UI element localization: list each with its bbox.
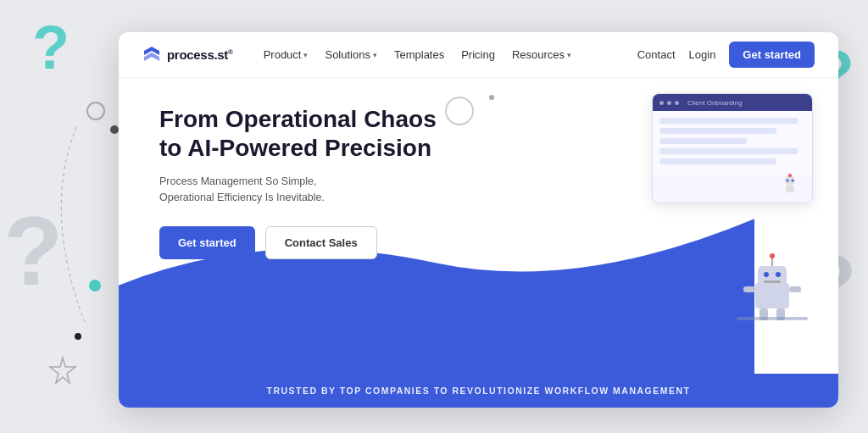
screenshot-header: Client Onboarding bbox=[653, 94, 812, 111]
robot-illustration bbox=[730, 242, 815, 327]
svg-point-13 bbox=[764, 272, 769, 277]
deco-circle-3 bbox=[89, 280, 101, 291]
qmark-teal-topleft: ? bbox=[32, 13, 70, 82]
nav-label-templates: Templates bbox=[394, 48, 444, 61]
nav-item-solutions[interactable]: Solutions ▾ bbox=[325, 48, 376, 61]
screenshot-line-5 bbox=[659, 158, 776, 164]
logo-text: process.st® bbox=[167, 47, 233, 62]
hero-title: From Operational Chaos to AI-Powered Pre… bbox=[159, 105, 437, 162]
hero-get-started-button[interactable]: Get started bbox=[159, 226, 255, 259]
nav-label-resources: Resources bbox=[512, 48, 565, 61]
screenshot-line-3 bbox=[659, 138, 747, 144]
browser-card: process.st® Product ▾ Solutions ▾ Templa… bbox=[119, 32, 838, 408]
svg-rect-15 bbox=[764, 280, 781, 283]
screenshot-dot-2 bbox=[667, 101, 671, 105]
hero-deco-dot bbox=[489, 95, 494, 100]
nav-item-templates[interactable]: Templates bbox=[394, 48, 444, 61]
screenshot-line-4 bbox=[659, 148, 798, 154]
svg-rect-10 bbox=[758, 266, 787, 286]
hero-subtitle-line1: Process Management So Simple, bbox=[159, 175, 317, 187]
logo[interactable]: process.st® bbox=[142, 46, 233, 64]
nav-right: Contact Login Get started bbox=[637, 42, 815, 68]
deco-circle-2 bbox=[110, 125, 119, 134]
hero-section: From Operational Chaos to AI-Powered Pre… bbox=[119, 78, 838, 374]
hero-content: From Operational Chaos to AI-Powered Pre… bbox=[159, 105, 437, 259]
nav-label-product: Product bbox=[264, 48, 302, 61]
trusted-banner: TRUSTED BY TOP COMPANIES TO REVOLUTIONIZ… bbox=[119, 374, 838, 408]
hero-buttons: Get started Contact Sales bbox=[159, 226, 437, 259]
svg-point-8 bbox=[792, 180, 794, 182]
deco-star-left bbox=[47, 356, 78, 386]
hero-subtitle: Process Management So Simple, Operationa… bbox=[159, 174, 437, 206]
svg-rect-17 bbox=[789, 286, 801, 292]
deco-circle-4 bbox=[75, 333, 81, 340]
hero-title-line1: From Operational Chaos bbox=[159, 106, 437, 132]
logo-wordmark: process.st bbox=[167, 47, 228, 62]
screenshot-line-1 bbox=[659, 118, 798, 124]
hero-deco-circle bbox=[445, 97, 474, 125]
svg-point-12 bbox=[770, 253, 775, 258]
nav-login[interactable]: Login bbox=[689, 48, 716, 61]
nav-item-pricing[interactable]: Pricing bbox=[461, 48, 495, 61]
svg-point-7 bbox=[787, 180, 789, 182]
chevron-down-icon: ▾ bbox=[373, 51, 377, 59]
hero-screenshot: Client Onboarding bbox=[652, 93, 813, 203]
nav-label-solutions: Solutions bbox=[325, 48, 370, 61]
screenshot-dot-3 bbox=[675, 101, 679, 105]
svg-marker-0 bbox=[50, 358, 75, 383]
robot-small-icon bbox=[778, 172, 802, 196]
nav-links: Product ▾ Solutions ▾ Templates Pricing … bbox=[264, 48, 617, 61]
trusted-text: TRUSTED BY TOP COMPANIES TO REVOLUTIONIZ… bbox=[266, 386, 690, 396]
logo-icon bbox=[142, 46, 161, 64]
svg-point-14 bbox=[776, 272, 781, 277]
hero-contact-sales-button[interactable]: Contact Sales bbox=[265, 226, 377, 259]
screenshot-body bbox=[653, 111, 812, 175]
svg-rect-5 bbox=[786, 186, 794, 192]
robot-svg bbox=[730, 242, 815, 327]
hero-title-line2: to AI-Powered Precision bbox=[159, 135, 431, 161]
nav-contact[interactable]: Contact bbox=[637, 48, 676, 61]
chevron-down-icon: ▾ bbox=[303, 51, 308, 59]
svg-rect-20 bbox=[737, 317, 808, 320]
screenshot-tab-label: Client Onboarding bbox=[687, 99, 742, 107]
nav-item-resources[interactable]: Resources ▾ bbox=[512, 48, 571, 61]
svg-rect-9 bbox=[755, 283, 789, 308]
hero-subtitle-line2: Operational Efficiency Is Inevitable. bbox=[159, 192, 325, 203]
nav-label-pricing: Pricing bbox=[461, 48, 495, 61]
chevron-down-icon: ▾ bbox=[567, 51, 571, 59]
svg-point-6 bbox=[788, 174, 792, 177]
deco-circle-1 bbox=[86, 102, 105, 120]
nav-item-product[interactable]: Product ▾ bbox=[264, 48, 309, 61]
nav-get-started-button[interactable]: Get started bbox=[729, 42, 815, 68]
svg-rect-16 bbox=[743, 286, 755, 292]
qmark-gray-left: ? bbox=[3, 195, 63, 307]
navbar: process.st® Product ▾ Solutions ▾ Templa… bbox=[119, 32, 838, 78]
screenshot-line-2 bbox=[659, 128, 776, 134]
logo-sup: ® bbox=[228, 48, 233, 56]
screenshot-dot-1 bbox=[659, 101, 664, 105]
